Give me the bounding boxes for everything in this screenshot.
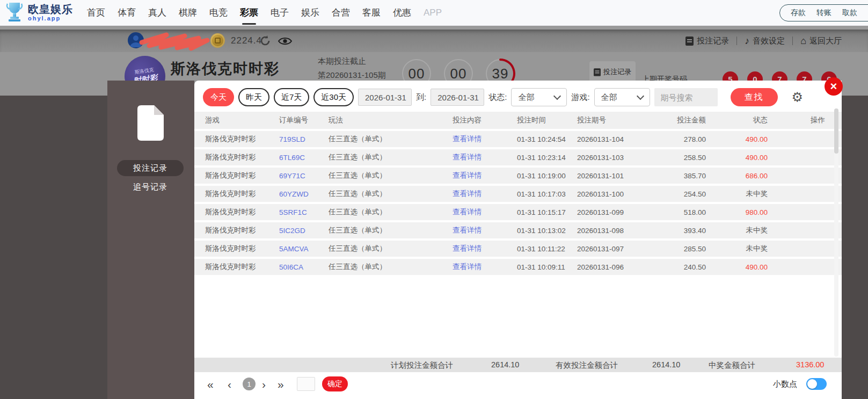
current-page-badge[interactable]: 1 [243,378,256,390]
close-icon[interactable]: × [825,77,843,96]
last-page-button[interactable]: » [278,377,284,392]
gear-icon[interactable]: ⚙ [792,91,804,104]
cell-order-link[interactable]: 50I6CA [279,263,329,271]
cell-view-details-link[interactable]: 查看详情 [453,171,517,180]
plan-total-value: 2614.10 [491,360,519,369]
nav-item-电子[interactable]: 电子 [269,6,290,19]
cell-view-details-link[interactable]: 查看详情 [453,244,517,253]
page-confirm-button[interactable]: 确定 [322,376,348,391]
deadline-block: 本期投注截止 第20260131-105期 [318,57,386,79]
cell-status: 490.00 [706,135,768,143]
nav-item-娱乐[interactable]: 娱乐 [300,6,320,19]
nav-item-优惠[interactable]: 优惠 [392,6,412,19]
status-label: 状态: [488,92,507,103]
bet-records-link[interactable]: 投注记录 [685,36,729,46]
game-select[interactable]: 全部 [594,88,650,106]
cell-game: 斯洛伐克时时彩 [205,134,279,144]
cell-view-details-link[interactable]: 查看详情 [453,134,517,144]
user-bar: 2224.4 投注记录 ♪ 音效设定 ⌂ 返回大厅 [0,30,868,52]
cell-time: 01-31 10:23:14 [517,154,577,162]
date-from-input[interactable]: 2026-01-31 [358,89,412,106]
sidebar-item-chase-records[interactable]: 追号记录 [117,179,184,195]
wallet-button-转账[interactable]: 转账 [816,8,831,18]
prev-page-button[interactable]: ‹ [228,377,231,392]
cell-order-link[interactable]: 5SRF1C [279,208,329,216]
nav-item-合营[interactable]: 合营 [331,6,351,19]
cell-order-link[interactable]: 5IC2GD [279,227,329,235]
nav-item-客服[interactable]: 客服 [361,6,382,19]
status-select[interactable]: 全部 [511,88,567,106]
cell-order-link[interactable]: 5AMCVA [279,245,329,253]
column-header-6: 投注期号 [577,115,675,125]
date-to-input[interactable]: 2026-01-31 [431,89,484,106]
period-search-input[interactable] [654,88,718,106]
cell-status: 980.00 [706,208,768,216]
trophy-icon [5,2,24,23]
page-jump-input[interactable] [297,377,315,391]
filter-bar: 今天昨天近7天近30天 2026-01-31 到: 2026-01-31 状态:… [203,88,803,106]
table-row: 斯洛伐克时时彩5IC2GD任三直选（单式）查看详情01-31 10:13:022… [194,222,842,238]
cell-game: 斯洛伐克时时彩 [205,207,279,217]
back-to-lobby-link[interactable]: ⌂ 返回大厅 [800,36,842,46]
next-page-button[interactable]: › [262,377,266,392]
table-row: 斯洛伐克时时彩60YZWD任三直选（单式）查看详情01-31 10:17:032… [194,186,842,202]
nav-item-彩票[interactable]: 彩票 [239,6,259,19]
table-row: 斯洛伐克时时彩50I6CA任三直选（单式）查看详情01-31 10:09:112… [194,259,842,275]
scrollbar[interactable] [834,108,838,357]
first-page-button[interactable]: « [207,377,214,392]
quick-filter-昨天[interactable]: 昨天 [238,88,269,106]
bet-records-link-label: 投注记录 [697,36,729,46]
cell-game: 斯洛伐克时时彩 [205,226,279,235]
decimal-toggle[interactable] [806,378,827,390]
nav-item-首页[interactable]: 首页 [86,6,106,19]
cell-view-details-link[interactable]: 查看详情 [453,189,517,199]
wallet-button-存款[interactable]: 存款 [791,8,806,18]
quick-filter-近7天[interactable]: 近7天 [274,88,309,106]
quick-filter-近30天[interactable]: 近30天 [313,88,354,106]
cell-amount: 258.50 [675,154,706,162]
cell-order-link[interactable]: 60YZWD [279,190,329,198]
cell-view-details-link[interactable]: 查看详情 [453,207,517,217]
quick-filter-今天[interactable]: 今天 [203,88,234,106]
cell-amount: 518.00 [675,208,706,216]
cell-order-link[interactable]: 719SLD [279,135,329,143]
toggle-knob [807,379,817,389]
cell-play: 任三直选（单式） [329,262,453,272]
cell-period: 20260131-096 [577,263,675,271]
nav-item-电竞[interactable]: 电竞 [208,6,229,19]
brand-logo[interactable]: 欧皇娱乐 ohyl.app [5,2,73,23]
refresh-icon[interactable] [259,35,271,47]
cell-play: 任三直选（单式） [329,171,453,180]
cell-order-link[interactable]: 6TL69C [279,154,329,162]
cell-order-link[interactable]: 69Y71C [279,172,329,180]
back-to-lobby-link-label: 返回大厅 [809,36,842,46]
cell-game: 斯洛伐克时时彩 [205,262,279,272]
cell-amount: 278.00 [675,135,706,143]
coin-icon [210,33,225,48]
cell-game: 斯洛伐克时时彩 [205,171,279,180]
find-button[interactable]: 查找 [731,88,778,106]
valid-total-label: 有效投注金额合计 [556,360,618,371]
bet-record-button[interactable]: 投注记录 [589,61,636,83]
nav-item-APP[interactable]: APP [422,8,443,18]
nav-item-体育[interactable]: 体育 [116,6,137,19]
cell-status: 未中奖 [706,189,768,199]
cell-view-details-link[interactable]: 查看详情 [453,262,517,272]
document-icon [685,37,694,46]
nav-item-棋牌[interactable]: 棋牌 [178,6,198,19]
nav-item-真人[interactable]: 真人 [147,6,167,19]
wallet-button-取款[interactable]: 取款 [842,8,857,18]
chevron-down-icon [636,92,644,100]
sound-settings-link-label: 音效设定 [753,36,785,46]
column-header-7: 投注金额 [675,115,706,125]
cell-view-details-link[interactable]: 查看详情 [453,226,517,235]
table-body: 斯洛伐克时时彩719SLD任三直选（单式）查看详情01-31 10:24:542… [194,131,842,277]
eye-icon[interactable] [278,37,292,46]
column-header-4: 投注内容 [453,115,517,125]
column-header-5: 投注时间 [517,115,577,125]
sound-settings-link[interactable]: ♪ 音效设定 [745,36,785,46]
decimal-toggle-label: 小数点 [773,379,797,389]
cell-view-details-link[interactable]: 查看详情 [453,153,517,162]
sidebar-item-bet-records[interactable]: 投注记录 [117,160,184,176]
scrollbar-thumb[interactable] [834,108,838,154]
